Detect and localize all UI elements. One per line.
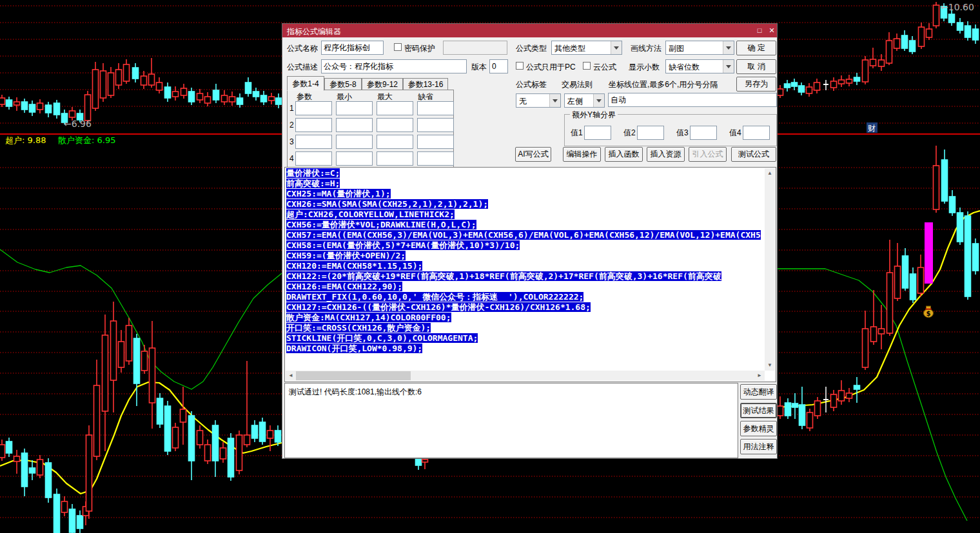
candle-body xyxy=(950,197,956,213)
candle-body xyxy=(785,403,791,416)
ok-button[interactable]: 确 定 xyxy=(736,41,776,55)
tab-params-5-8[interactable]: 参数5-8 xyxy=(324,78,362,90)
code-line[interactable]: CXH122:=(20*前高突破+19*REF(前高突破,1)+18*REF(前… xyxy=(286,271,765,282)
formula-code-editor[interactable]: 量价潜伏:=C;前高突破:=H;CXH25:=MA(量价潜伏,1);CXH26:… xyxy=(284,167,776,382)
code-line[interactable]: 开口笑:=CROSS(CXH126,散户资金); xyxy=(286,323,765,333)
tab-params-9-12[interactable]: 参数9-12 xyxy=(362,78,403,90)
code-line[interactable]: CXH26:=SMA(SMA(SMA(CXH25,2,1),2,1),2,1); xyxy=(286,199,765,209)
close-icon[interactable]: ✕ xyxy=(766,25,778,35)
draw-method-select[interactable]: 副图 xyxy=(665,41,734,55)
code-line[interactable]: 前高突破:=H; xyxy=(286,179,765,189)
code-line[interactable]: DRAWTEXT_FIX(1,0.60,10,0,' 微信公众号：指标迷 '),… xyxy=(286,292,765,302)
code-line[interactable]: CXH120:=EMA(CXH58*1.15,15); xyxy=(286,261,765,271)
param-input[interactable] xyxy=(417,135,454,149)
code-line[interactable]: CXH56:=量价潜伏*VOL;DRAWKLINE(H,O,L,C); xyxy=(286,220,765,230)
code-text[interactable]: 量价潜伏:=C;前高突破:=H;CXH25:=MA(量价潜伏,1);CXH26:… xyxy=(286,168,765,371)
scroll-left-icon[interactable]: ◄ xyxy=(286,371,296,381)
code-line[interactable]: CXH58:=(EMA(量价潜伏,5)*7+EMA(量价潜伏,10)*3)/10… xyxy=(286,240,765,251)
cancel-button[interactable]: 取 消 xyxy=(736,59,776,74)
code-line[interactable]: STICKLINE(开口笑,0,C,3,0),COLORMAGENTA; xyxy=(286,333,765,344)
test-formula-button[interactable]: 测试公式 xyxy=(731,147,776,162)
insert-resource-button[interactable]: 插入资源 xyxy=(647,147,685,162)
scrollbar-thumb[interactable] xyxy=(296,371,411,380)
param-input[interactable] xyxy=(417,151,454,166)
candle-body xyxy=(85,95,91,121)
value4-input[interactable] xyxy=(743,126,770,140)
indicator-value-sanhu: 散户资金: 6.95 xyxy=(57,135,115,145)
code-line[interactable]: 散户资金:MA(CXH127,14)COLOR00FF00; xyxy=(286,313,765,323)
param-input[interactable] xyxy=(295,135,332,149)
password-protect-checkbox[interactable] xyxy=(394,43,402,51)
scroll-down-icon[interactable]: ▼ xyxy=(765,360,775,371)
param-input[interactable] xyxy=(336,151,373,166)
pc-only-checkbox[interactable] xyxy=(516,62,524,70)
code-line[interactable]: CXH126:=EMA(CXH122,90); xyxy=(286,282,765,292)
formula-type-label: 公式类型 xyxy=(516,44,547,53)
param-wizard-button[interactable]: 参数精灵 xyxy=(740,421,777,436)
code-line[interactable]: 量价潜伏:=C; xyxy=(286,168,765,179)
param-input[interactable] xyxy=(417,118,454,132)
candle-body xyxy=(205,97,211,103)
param-input[interactable] xyxy=(295,151,332,166)
horizontal-scrollbar[interactable]: ◄ ► xyxy=(286,371,765,381)
tab-params-1-4[interactable]: 参数1-4 xyxy=(287,76,324,91)
decimals-select[interactable]: 缺省位数 xyxy=(665,59,734,73)
coord-position-input[interactable] xyxy=(608,93,777,107)
cloud-formula-checkbox[interactable] xyxy=(583,62,591,70)
maximize-icon[interactable]: □ xyxy=(754,25,765,35)
dialog-titlebar[interactable]: 指标公式编辑器 □ ✕ xyxy=(282,24,777,37)
code-line[interactable]: CXH57:=EMA((EMA(CXH56,3)/EMA(VOL,3)+EMA(… xyxy=(286,230,765,240)
dynamic-translate-button[interactable]: 动态翻译 xyxy=(740,384,777,400)
code-line[interactable]: CXH59:=(量价潜伏+OPEN)/2; xyxy=(286,251,765,261)
param-input[interactable] xyxy=(377,118,413,132)
param-input[interactable] xyxy=(377,151,413,166)
candle-body xyxy=(173,92,179,97)
code-line[interactable]: 超户:CXH26,COLORYELLOW,LINETHICK2; xyxy=(286,209,765,220)
param-input[interactable] xyxy=(417,101,454,115)
chevron-down-icon[interactable] xyxy=(549,94,560,107)
ai-write-formula-button[interactable]: AI写公式 xyxy=(515,147,551,162)
chevron-down-icon[interactable] xyxy=(593,94,604,107)
vertical-scrollbar[interactable]: ▲ ▼ xyxy=(765,168,775,371)
magenta-stickline xyxy=(925,222,933,284)
chevron-down-icon[interactable] xyxy=(723,41,734,54)
param-input[interactable] xyxy=(377,135,413,149)
formula-tag-select[interactable]: 无 xyxy=(516,93,561,108)
param-input[interactable] xyxy=(336,101,373,115)
chevron-down-icon[interactable] xyxy=(611,41,622,54)
edit-operation-button[interactable]: 编辑操作 xyxy=(563,147,601,162)
param-input[interactable] xyxy=(377,101,413,115)
tab-params-13-16[interactable]: 参数13-16 xyxy=(403,78,448,90)
candle-body xyxy=(778,406,783,416)
scroll-right-icon[interactable]: ► xyxy=(754,371,765,381)
trade-rule-select[interactable]: 左侧 xyxy=(564,93,605,108)
value1-input[interactable] xyxy=(584,126,611,140)
formula-name-input[interactable] xyxy=(321,41,384,55)
candle-body xyxy=(70,111,75,117)
param-input[interactable] xyxy=(336,118,373,132)
param-input[interactable] xyxy=(336,135,373,149)
code-line[interactable]: DRAWICON(开口笑,LOW*0.98,9); xyxy=(286,344,765,354)
value2-input[interactable] xyxy=(637,126,664,140)
formula-desc-label: 公式描述 xyxy=(287,63,318,72)
candle-body xyxy=(108,73,114,95)
candle-body xyxy=(268,431,273,438)
code-line[interactable]: CXH25:=MA(量价潜伏,1); xyxy=(286,189,765,199)
version-input[interactable] xyxy=(489,59,508,73)
usage-notes-button[interactable]: 用法注释 xyxy=(740,439,777,454)
value3-input[interactable] xyxy=(690,126,717,140)
param-input[interactable] xyxy=(295,101,332,115)
formula-name-label: 公式名称 xyxy=(287,44,318,53)
test-result-panel: 测试通过! 代码长度:1081,输出线个数:6 xyxy=(284,383,738,458)
chevron-down-icon[interactable] xyxy=(723,60,734,73)
formula-desc-input[interactable] xyxy=(321,59,467,73)
scroll-up-icon[interactable]: ▲ xyxy=(765,168,775,179)
param-input[interactable] xyxy=(295,118,332,132)
candle-body xyxy=(965,26,971,37)
formula-type-select[interactable]: 其他类型 xyxy=(551,41,622,55)
save-as-button[interactable]: 另存为 xyxy=(736,77,776,92)
insert-function-button[interactable]: 插入函数 xyxy=(605,147,643,162)
test-result-button[interactable]: 测试结果 xyxy=(740,403,777,418)
candle-body xyxy=(261,95,267,102)
code-line[interactable]: CXH127:=CXH126-((量价潜伏-CXH126)*量价潜伏-CXH12… xyxy=(286,302,765,313)
